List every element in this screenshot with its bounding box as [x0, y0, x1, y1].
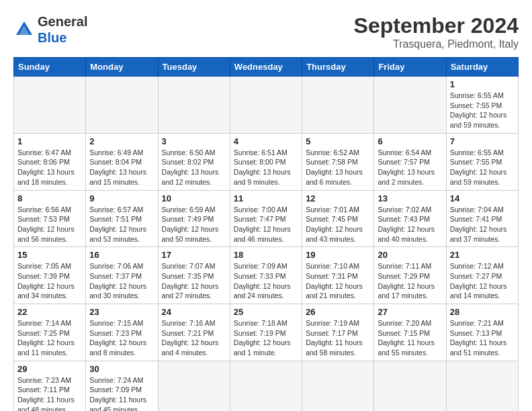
calendar-cell: 3 Sunrise: 6:50 AM Sunset: 8:02 PM Dayli… — [158, 133, 230, 190]
day-number: 29 — [17, 364, 82, 374]
calendar-cell: 19 Sunrise: 7:10 AM Sunset: 7:31 PM Dayl… — [302, 247, 374, 304]
day-info: Sunrise: 7:07 AM Sunset: 7:35 PM Dayligh… — [162, 261, 226, 301]
calendar-cell: 15 Sunrise: 7:05 AM Sunset: 7:39 PM Dayl… — [14, 247, 86, 304]
calendar-cell — [446, 361, 518, 411]
day-number: 17 — [162, 250, 226, 260]
calendar-cell: 16 Sunrise: 7:06 AM Sunset: 7:37 PM Dayl… — [86, 247, 158, 304]
day-info: Sunrise: 7:09 AM Sunset: 7:33 PM Dayligh… — [234, 261, 298, 301]
day-number: 24 — [162, 307, 226, 317]
header-cell-friday: Friday — [374, 58, 446, 77]
calendar-week-2: 8 Sunrise: 6:56 AM Sunset: 7:53 PM Dayli… — [14, 190, 519, 247]
day-number: 27 — [378, 307, 442, 317]
calendar-cell — [230, 361, 302, 411]
day-info: Sunrise: 6:52 AM Sunset: 7:58 PM Dayligh… — [306, 148, 370, 187]
calendar-cell: 1 Sunrise: 6:55 AM Sunset: 7:55 PM Dayli… — [446, 77, 518, 134]
day-info: Sunrise: 7:11 AM Sunset: 7:29 PM Dayligh… — [378, 261, 442, 301]
calendar-cell: 4 Sunrise: 6:51 AM Sunset: 8:00 PM Dayli… — [230, 133, 302, 190]
calendar-cell: 26 Sunrise: 7:19 AM Sunset: 7:17 PM Dayl… — [302, 304, 374, 361]
calendar-cell: 17 Sunrise: 7:07 AM Sunset: 7:35 PM Dayl… — [158, 247, 230, 304]
location: Trasquera, Piedmont, Italy — [354, 38, 519, 50]
calendar-cell — [374, 77, 446, 134]
day-number: 1 — [17, 136, 82, 146]
calendar-week-4: 22 Sunrise: 7:14 AM Sunset: 7:25 PM Dayl… — [14, 304, 519, 361]
day-info: Sunrise: 6:55 AM Sunset: 7:55 PM Dayligh… — [450, 148, 515, 187]
day-info: Sunrise: 6:51 AM Sunset: 8:00 PM Dayligh… — [234, 148, 298, 187]
day-number: 18 — [234, 250, 298, 260]
calendar-cell: 20 Sunrise: 7:11 AM Sunset: 7:29 PM Dayl… — [374, 247, 446, 304]
calendar-cell — [14, 77, 86, 134]
page-header: General Blue September 2024 Trasquera, P… — [13, 13, 519, 50]
calendar-cell: 14 Sunrise: 7:04 AM Sunset: 7:41 PM Dayl… — [446, 190, 518, 247]
calendar-cell: 25 Sunrise: 7:18 AM Sunset: 7:19 PM Dayl… — [230, 304, 302, 361]
calendar-cell: 13 Sunrise: 7:02 AM Sunset: 7:43 PM Dayl… — [374, 190, 446, 247]
title-block: September 2024 Trasquera, Piedmont, Ital… — [354, 13, 519, 50]
day-number: 5 — [306, 136, 370, 146]
day-number: 11 — [234, 193, 298, 203]
calendar-cell — [158, 77, 230, 134]
day-number: 9 — [89, 193, 154, 203]
calendar-week-1: 1 Sunrise: 6:47 AM Sunset: 8:06 PM Dayli… — [14, 133, 519, 190]
calendar-week-3: 15 Sunrise: 7:05 AM Sunset: 7:39 PM Dayl… — [14, 247, 519, 304]
logo: General Blue — [13, 13, 87, 46]
calendar-cell: 7 Sunrise: 6:55 AM Sunset: 7:55 PM Dayli… — [446, 133, 518, 190]
calendar-cell: 23 Sunrise: 7:15 AM Sunset: 7:23 PM Dayl… — [86, 304, 158, 361]
day-info: Sunrise: 7:24 AM Sunset: 7:09 PM Dayligh… — [89, 375, 154, 411]
calendar-cell: 2 Sunrise: 6:49 AM Sunset: 8:04 PM Dayli… — [86, 133, 158, 190]
day-info: Sunrise: 7:00 AM Sunset: 7:47 PM Dayligh… — [234, 205, 298, 244]
day-number: 22 — [17, 307, 82, 317]
day-info: Sunrise: 7:16 AM Sunset: 7:21 PM Dayligh… — [162, 318, 226, 358]
day-info: Sunrise: 7:19 AM Sunset: 7:17 PM Dayligh… — [306, 318, 370, 358]
calendar-cell: 12 Sunrise: 7:01 AM Sunset: 7:45 PM Dayl… — [302, 190, 374, 247]
calendar-cell: 30 Sunrise: 7:24 AM Sunset: 7:09 PM Dayl… — [86, 361, 158, 411]
header-cell-tuesday: Tuesday — [158, 58, 230, 77]
day-number: 28 — [450, 307, 515, 317]
calendar-cell: 22 Sunrise: 7:14 AM Sunset: 7:25 PM Dayl… — [14, 304, 86, 361]
logo-icon — [13, 19, 35, 40]
day-number: 8 — [17, 193, 82, 203]
day-number: 23 — [89, 307, 154, 317]
calendar-table: SundayMondayTuesdayWednesdayThursdayFrid… — [13, 57, 519, 411]
day-number: 26 — [306, 307, 370, 317]
calendar-cell: 27 Sunrise: 7:20 AM Sunset: 7:15 PM Dayl… — [374, 304, 446, 361]
day-number: 25 — [234, 307, 298, 317]
header-cell-monday: Monday — [86, 58, 158, 77]
day-info: Sunrise: 7:06 AM Sunset: 7:37 PM Dayligh… — [89, 261, 154, 301]
header-cell-saturday: Saturday — [446, 58, 518, 77]
calendar-cell: 5 Sunrise: 6:52 AM Sunset: 7:58 PM Dayli… — [302, 133, 374, 190]
day-number: 6 — [378, 136, 442, 146]
day-info: Sunrise: 7:01 AM Sunset: 7:45 PM Dayligh… — [306, 205, 370, 244]
header-cell-wednesday: Wednesday — [230, 58, 302, 77]
day-info: Sunrise: 6:56 AM Sunset: 7:53 PM Dayligh… — [17, 205, 82, 244]
calendar-cell: 21 Sunrise: 7:12 AM Sunset: 7:27 PM Dayl… — [446, 247, 518, 304]
calendar-cell: 10 Sunrise: 6:59 AM Sunset: 7:49 PM Dayl… — [158, 190, 230, 247]
day-number: 20 — [378, 250, 442, 260]
day-number: 7 — [450, 136, 515, 146]
calendar-week-5: 29 Sunrise: 7:23 AM Sunset: 7:11 PM Dayl… — [14, 361, 519, 411]
calendar-week-0: 1 Sunrise: 6:55 AM Sunset: 7:55 PM Dayli… — [14, 77, 519, 134]
calendar-cell — [158, 361, 230, 411]
day-number: 19 — [306, 250, 370, 260]
calendar-cell — [302, 361, 374, 411]
calendar-cell: 18 Sunrise: 7:09 AM Sunset: 7:33 PM Dayl… — [230, 247, 302, 304]
day-info: Sunrise: 6:59 AM Sunset: 7:49 PM Dayligh… — [162, 205, 226, 244]
day-number: 13 — [378, 193, 442, 203]
day-info: Sunrise: 7:21 AM Sunset: 7:13 PM Dayligh… — [450, 318, 515, 358]
calendar-cell — [302, 77, 374, 134]
day-info: Sunrise: 6:47 AM Sunset: 8:06 PM Dayligh… — [17, 148, 82, 187]
day-info: Sunrise: 7:20 AM Sunset: 7:15 PM Dayligh… — [378, 318, 442, 358]
day-number: 4 — [234, 136, 298, 146]
header-row: SundayMondayTuesdayWednesdayThursdayFrid… — [14, 58, 519, 77]
calendar-cell — [86, 77, 158, 134]
calendar-cell: 28 Sunrise: 7:21 AM Sunset: 7:13 PM Dayl… — [446, 304, 518, 361]
day-number: 21 — [450, 250, 515, 260]
calendar-cell: 11 Sunrise: 7:00 AM Sunset: 7:47 PM Dayl… — [230, 190, 302, 247]
calendar-header: SundayMondayTuesdayWednesdayThursdayFrid… — [14, 58, 519, 77]
calendar-cell: 1 Sunrise: 6:47 AM Sunset: 8:06 PM Dayli… — [14, 133, 86, 190]
day-number: 30 — [89, 364, 154, 374]
day-info: Sunrise: 7:02 AM Sunset: 7:43 PM Dayligh… — [378, 205, 442, 244]
day-info: Sunrise: 6:49 AM Sunset: 8:04 PM Dayligh… — [89, 148, 154, 187]
day-info: Sunrise: 6:50 AM Sunset: 8:02 PM Dayligh… — [162, 148, 226, 187]
day-number: 10 — [162, 193, 226, 203]
month-year: September 2024 — [354, 13, 519, 38]
day-info: Sunrise: 6:55 AM Sunset: 7:55 PM Dayligh… — [450, 91, 515, 130]
